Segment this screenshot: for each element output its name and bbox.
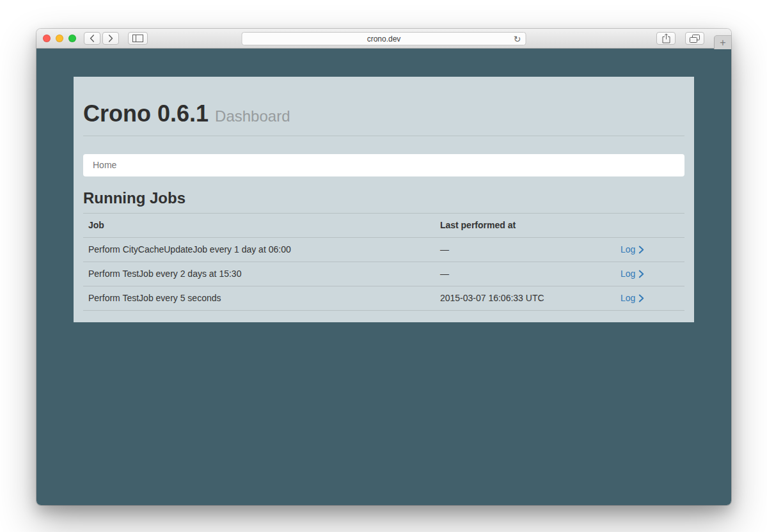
address-bar-url: crono.dev [367,35,401,43]
last-performed-value: — [435,238,615,262]
log-link-label: Log [621,244,635,256]
browser-toolbar: crono.dev ↻ + [36,29,731,49]
running-jobs-table: Job Last performed at Perform CityCacheU… [83,213,684,311]
back-button[interactable] [84,32,100,45]
forward-button[interactable] [102,32,119,45]
browser-window: crono.dev ↻ + [36,29,731,505]
traffic-lights [43,35,76,42]
toolbar-right-buttons [656,32,704,45]
reload-icon[interactable]: ↻ [514,33,521,45]
page-header: Crono 0.6.1 Dashboard [83,77,684,136]
tabs-icon [690,35,700,43]
minimize-window-button[interactable] [56,35,63,42]
breadcrumb-item-home: Home [93,160,116,170]
close-window-button[interactable] [43,35,51,42]
job-name: Perform TestJob every 5 seconds [83,286,435,311]
log-link-label: Log [621,268,635,280]
job-name: Perform TestJob every 2 days at 15:30 [83,262,435,286]
log-link[interactable]: Log [621,292,644,304]
page-viewport: Crono 0.6.1 Dashboard Home Running Jobs … [36,49,731,505]
sidebar-toggle-button[interactable] [128,32,148,45]
breadcrumb: Home [83,154,684,176]
table-row: Perform TestJob every 2 days at 15:30 — … [83,262,684,286]
nav-buttons [84,32,119,45]
chevron-right-icon [638,246,644,254]
running-jobs-heading: Running Jobs [83,189,684,207]
share-icon [662,33,670,43]
chevron-left-icon [90,35,95,42]
column-header-actions [615,214,684,238]
tab-overview-button[interactable] [685,32,704,45]
log-link[interactable]: Log [621,268,644,280]
page-subtitle: Dashboard [215,107,290,125]
chevron-right-icon [638,270,644,278]
new-tab-button[interactable]: + [714,35,731,49]
page-title: Crono 0.6.1 [83,100,209,127]
zoom-window-button[interactable] [68,35,76,42]
desktop-background: crono.dev ↻ + [0,0,767,532]
table-row: Perform TestJob every 5 seconds 2015-03-… [83,286,684,311]
log-link[interactable]: Log [621,244,644,256]
column-header-job: Job [83,214,435,238]
column-header-last-performed-at: Last performed at [435,214,615,238]
job-name: Perform CityCacheUpdateJob every 1 day a… [83,238,435,262]
log-link-label: Log [621,292,635,304]
chevron-right-icon [638,294,644,302]
share-button[interactable] [656,32,676,45]
last-performed-value: 2015-03-07 16:06:33 UTC [435,286,615,311]
table-row: Perform CityCacheUpdateJob every 1 day a… [83,238,684,262]
chevron-right-icon [108,35,113,42]
last-performed-value: — [435,262,615,286]
dashboard-panel: Crono 0.6.1 Dashboard Home Running Jobs … [74,77,694,322]
table-header-row: Job Last performed at [83,214,684,238]
address-bar[interactable]: crono.dev ↻ [242,32,526,45]
sidebar-icon [132,35,143,42]
